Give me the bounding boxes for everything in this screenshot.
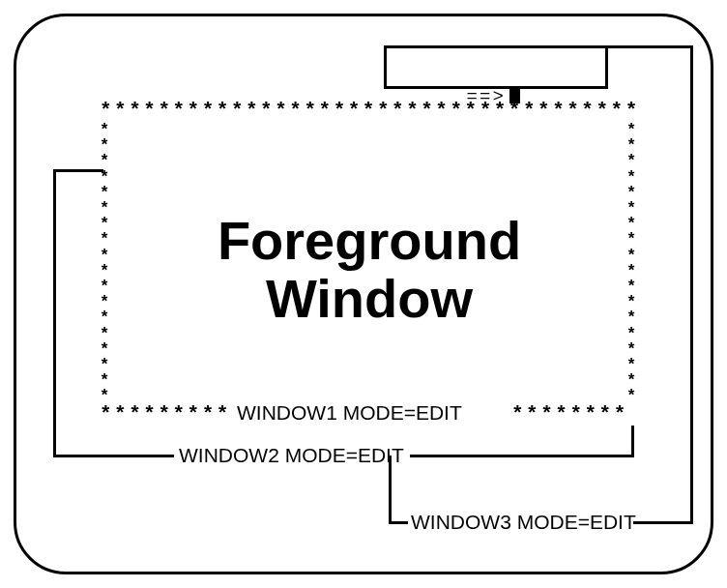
terminal-screen: ==> ************************************… bbox=[14, 14, 713, 574]
window2-border bbox=[631, 426, 634, 457]
window3-status: WINDOW3 MODE=EDIT bbox=[411, 511, 636, 534]
window3-border bbox=[633, 521, 693, 524]
window1-border-left: * * * * * * * * * * * * * * * * * * bbox=[100, 123, 109, 405]
window3-border bbox=[384, 45, 387, 86]
window3-border bbox=[384, 45, 693, 48]
window2-border bbox=[53, 169, 56, 457]
foreground-window-title: Foreground Window bbox=[128, 212, 611, 329]
window3-border bbox=[384, 86, 608, 89]
window2-status: WINDOW2 MODE=EDIT bbox=[179, 444, 404, 467]
window2-border bbox=[53, 169, 103, 172]
window1-border-top: ************************************* bbox=[100, 100, 640, 122]
window1-status: WINDOW1 MODE=EDIT bbox=[237, 401, 462, 425]
window3-border bbox=[389, 521, 408, 524]
window1-border-bottom-right: ******** bbox=[511, 403, 628, 426]
window1-border-right: * * * * * * * * * * * * * * * * * * bbox=[626, 123, 636, 405]
window2-border bbox=[410, 455, 634, 457]
window2-border bbox=[53, 455, 174, 457]
title-line1: Foreground bbox=[218, 210, 521, 271]
title-line2: Window bbox=[266, 268, 473, 329]
window1-border-bottom-left: ********* bbox=[100, 403, 231, 426]
window3-border bbox=[605, 45, 608, 88]
window3-border bbox=[690, 45, 693, 524]
